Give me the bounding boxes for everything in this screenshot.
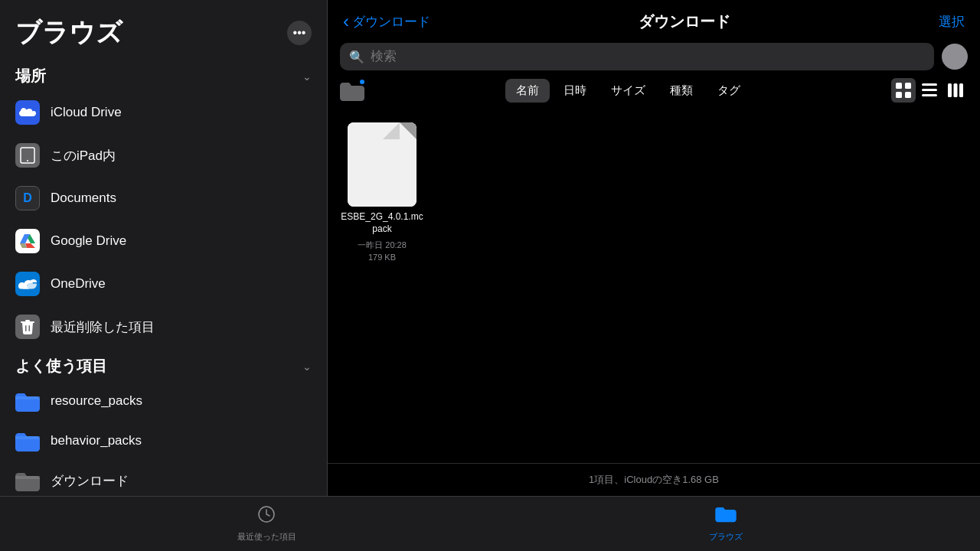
file-name: ESBE_2G_4.0.1.mcpack bbox=[340, 211, 424, 235]
svg-rect-8 bbox=[25, 320, 30, 321]
documents-label: Documents bbox=[51, 191, 116, 206]
search-input[interactable] bbox=[371, 49, 925, 64]
onedrive-label: OneDrive bbox=[51, 276, 106, 292]
onedrive-icon bbox=[15, 272, 40, 296]
section-favorites: よく使う項目 ⌄ bbox=[0, 348, 327, 381]
filter-tab-size[interactable]: サイズ bbox=[600, 79, 656, 103]
google-drive-icon bbox=[15, 229, 40, 253]
behavior-packs-folder-icon bbox=[15, 430, 40, 452]
folder-notification-dot bbox=[358, 78, 366, 86]
list-view-button[interactable] bbox=[917, 78, 942, 103]
main-content: ‹ ダウンロード ダウンロード 選択 🔍 名前 日時 bbox=[328, 0, 980, 496]
svg-rect-18 bbox=[948, 83, 952, 97]
sidebar-item-this-ipad[interactable]: このiPad内 bbox=[0, 134, 327, 177]
select-button[interactable]: 選択 bbox=[939, 13, 965, 31]
svg-point-1 bbox=[27, 160, 28, 161]
file-thumbnail bbox=[348, 122, 416, 207]
sidebar-item-documents[interactable]: D Documents bbox=[0, 177, 327, 220]
sidebar: ブラウズ ••• 場所 ⌄ iCloud Drive この bbox=[0, 0, 328, 496]
filter-tab-kind[interactable]: 種類 bbox=[659, 79, 704, 103]
browse-label: ブラウズ bbox=[709, 531, 743, 543]
sidebar-item-downloads[interactable]: ダウンロード bbox=[0, 461, 327, 496]
resource-packs-folder-icon bbox=[15, 390, 40, 412]
svg-rect-15 bbox=[922, 83, 937, 86]
main-title: ダウンロード bbox=[438, 11, 931, 32]
browse-icon bbox=[715, 505, 737, 528]
favorites-chevron-icon: ⌄ bbox=[302, 360, 312, 373]
icloud-drive-icon bbox=[15, 100, 40, 125]
documents-icon: D bbox=[15, 186, 40, 210]
back-button[interactable]: ‹ ダウンロード bbox=[343, 11, 430, 32]
back-label: ダウンロード bbox=[352, 13, 430, 31]
resource-packs-label: resource_packs bbox=[51, 393, 142, 409]
places-label: 場所 bbox=[15, 66, 46, 86]
places-chevron-icon: ⌄ bbox=[302, 70, 312, 83]
file-meta: 一昨日 20:28179 KB bbox=[358, 240, 407, 263]
favorites-label: よく使う項目 bbox=[15, 356, 107, 377]
sidebar-item-google-drive[interactable]: Google Drive bbox=[0, 220, 327, 262]
folder-icon-wrapper bbox=[340, 80, 364, 101]
file-item[interactable]: ESBE_2G_4.0.1.mcpack 一昨日 20:28179 KB bbox=[340, 122, 424, 263]
sidebar-item-behavior-packs[interactable]: behavior_packs bbox=[0, 421, 327, 461]
file-grid: ESBE_2G_4.0.1.mcpack 一昨日 20:28179 KB bbox=[328, 110, 980, 463]
sidebar-title: ブラウズ bbox=[15, 15, 122, 51]
main-footer: 1項目、iCloudの空き1.68 GB bbox=[328, 463, 980, 496]
downloads-label: ダウンロード bbox=[51, 472, 129, 490]
svg-rect-7 bbox=[21, 321, 34, 323]
behavior-packs-label: behavior_packs bbox=[51, 433, 142, 448]
filter-bar: 名前 日時 サイズ 種類 タグ bbox=[328, 78, 980, 110]
sidebar-item-icloud-drive[interactable]: iCloud Drive bbox=[0, 91, 327, 134]
filter-tabs: 名前 日時 サイズ 種類 タグ bbox=[371, 79, 885, 103]
recents-label: 最近使った項目 bbox=[237, 531, 296, 543]
svg-marker-5 bbox=[25, 243, 35, 248]
filter-tab-name[interactable]: 名前 bbox=[505, 79, 550, 103]
svg-rect-11 bbox=[896, 83, 902, 89]
svg-rect-20 bbox=[959, 83, 963, 97]
grid-view-button[interactable] bbox=[891, 78, 916, 103]
bottom-item-browse[interactable]: ブラウズ bbox=[709, 505, 743, 543]
filter-tab-date[interactable]: 日時 bbox=[553, 79, 597, 103]
sidebar-item-onedrive[interactable]: OneDrive bbox=[0, 262, 327, 305]
sidebar-item-resource-packs[interactable]: resource_packs bbox=[0, 381, 327, 421]
bottom-bar: 最近使った項目 ブラウズ bbox=[0, 496, 980, 551]
sidebar-item-recently-deleted[interactable]: 最近削除した項目 bbox=[0, 305, 327, 348]
sidebar-header: ブラウズ ••• bbox=[0, 0, 327, 58]
svg-rect-19 bbox=[954, 83, 958, 97]
avatar bbox=[942, 44, 968, 70]
svg-rect-12 bbox=[905, 83, 911, 89]
svg-rect-9 bbox=[25, 325, 27, 331]
svg-rect-13 bbox=[896, 92, 902, 98]
this-ipad-icon bbox=[15, 143, 40, 168]
svg-rect-14 bbox=[905, 92, 911, 98]
footer-text: 1項目、iCloudの空き1.68 GB bbox=[589, 474, 719, 485]
more-button[interactable]: ••• bbox=[287, 21, 312, 45]
search-row: 🔍 bbox=[340, 43, 968, 70]
svg-rect-16 bbox=[922, 89, 937, 91]
trash-icon bbox=[15, 315, 40, 339]
section-places: 場所 ⌄ bbox=[0, 58, 327, 91]
columns-view-button[interactable] bbox=[943, 78, 968, 103]
recently-deleted-label: 最近削除した項目 bbox=[51, 318, 155, 336]
google-drive-label: Google Drive bbox=[51, 233, 126, 249]
icloud-drive-label: iCloud Drive bbox=[51, 105, 122, 120]
svg-rect-17 bbox=[922, 94, 937, 96]
bottom-item-recents[interactable]: 最近使った項目 bbox=[237, 505, 296, 543]
svg-rect-10 bbox=[29, 325, 31, 331]
main-header: ‹ ダウンロード ダウンロード 選択 bbox=[328, 0, 980, 43]
filter-tab-tag[interactable]: タグ bbox=[707, 79, 751, 103]
downloads-folder-icon bbox=[15, 470, 40, 491]
search-bar: 🔍 bbox=[340, 43, 934, 70]
this-ipad-label: このiPad内 bbox=[51, 147, 116, 165]
back-chevron-icon: ‹ bbox=[343, 11, 349, 32]
search-icon: 🔍 bbox=[349, 50, 364, 64]
view-controls bbox=[891, 78, 968, 103]
recents-icon bbox=[257, 505, 276, 528]
